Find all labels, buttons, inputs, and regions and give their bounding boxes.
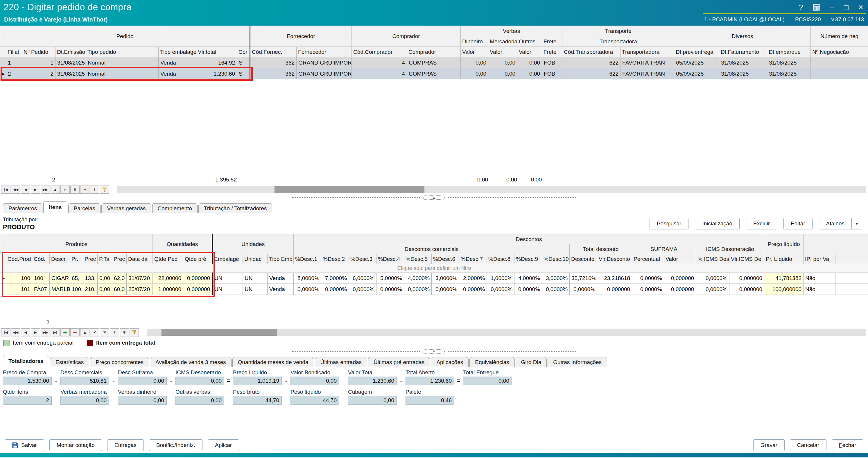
grid-cell[interactable]: 0,00 (517, 68, 542, 79)
grid-cell[interactable]: 0,00 (461, 68, 488, 79)
grid-cell[interactable]: FAVORITA TRAN (620, 68, 674, 79)
grid-cell[interactable]: FA07 (32, 284, 50, 295)
grid-cell[interactable]: 0,0000% (349, 284, 376, 295)
column-header[interactable]: %Desc.10 (542, 254, 570, 264)
column-header[interactable]: IPI por Va (804, 254, 835, 264)
grid-cell[interactable]: 31/08/2025 (56, 68, 86, 79)
grid-cell[interactable]: 3,0000% (542, 273, 570, 284)
grid-cell[interactable]: 8,0000% (294, 273, 321, 284)
column-header[interactable]: %Desc.2 (321, 254, 349, 264)
column-header[interactable]: Tipo embalagem (159, 47, 196, 57)
grid-cell[interactable]: 0,0000% (432, 284, 459, 295)
tab-ultimas-entradas[interactable]: Últimas entradas (315, 357, 368, 367)
grid-cell[interactable]: 2 (22, 68, 56, 79)
grid-cell[interactable]: 4,0000% (515, 273, 542, 284)
grid-cell[interactable]: S (237, 68, 250, 79)
column-header[interactable]: Unidac (243, 254, 268, 264)
grid-cell[interactable]: COMPRAS (407, 57, 461, 68)
pedido-row[interactable]: 1 1 31/08/2025 Normal Venda 164,92 S 362… (0, 57, 868, 68)
cancelar-button[interactable]: Cancelar (790, 439, 827, 451)
column-header[interactable]: Nº.Negociação (811, 47, 868, 57)
column-header[interactable]: Dt.embarque (767, 47, 811, 57)
column-header[interactable]: Cód.Fornec. (250, 47, 297, 57)
column-header[interactable]: Comprador (407, 47, 461, 57)
inicializacao-button[interactable]: Inicialização (695, 218, 740, 229)
grid-cell[interactable]: S (237, 57, 250, 68)
horizontal-scrollbar[interactable] (117, 186, 866, 193)
column-header[interactable]: Embalage (212, 254, 243, 264)
nav-cancel-button[interactable]: ✖ (100, 328, 109, 337)
grid-cell[interactable]: 1,000000 (153, 284, 183, 295)
bonific-indeniz-button[interactable]: Bonific./Indeniz. (149, 439, 203, 451)
grid-cell[interactable]: 31/08/2025 (719, 57, 767, 68)
grid-cell[interactable]: 31/08/2025 (56, 57, 86, 68)
grid-cell[interactable]: 5,0000% (376, 273, 404, 284)
grid-cell[interactable]: 35,7210% (570, 273, 597, 284)
filter-icon[interactable] (100, 185, 109, 194)
grid-cell[interactable]: 0,000000 (183, 284, 212, 295)
grid-cell[interactable]: 2 (6, 68, 22, 79)
column-header[interactable]: Tipo pedido (86, 47, 159, 57)
grid-cell[interactable]: 1 (6, 57, 22, 68)
nav-first-button[interactable]: |◀ (1, 328, 10, 337)
grid-cell[interactable]: 0,0000% (542, 284, 570, 295)
grid-cell[interactable]: 1,0000% (487, 273, 515, 284)
grid-cell[interactable]: 100,000000 (764, 284, 804, 295)
nav-post-button[interactable]: ✔ (90, 328, 99, 337)
column-header[interactable]: Dt.Faturamento (719, 47, 767, 57)
grid-cell[interactable]: UN (212, 284, 243, 295)
grid-cell[interactable]: 100 (32, 273, 50, 284)
column-header[interactable]: Vlr.Desconto (597, 254, 632, 264)
column-header[interactable]: %Desc.5 (404, 254, 432, 264)
close-icon[interactable]: × (858, 2, 863, 12)
grid-cell[interactable]: 31/08/2025 (767, 68, 811, 79)
splitter-bottom[interactable]: ▼ (0, 348, 868, 354)
column-header[interactable]: Qtde Ped (153, 254, 183, 264)
grid-cell[interactable]: 31/07/20 (127, 273, 153, 284)
tab-parcelas[interactable]: Parcelas (68, 203, 101, 213)
grid-cell[interactable]: UN (243, 284, 268, 295)
collapse-up-icon[interactable]: ▲ (423, 195, 445, 200)
grid-cell[interactable]: 0,0000% (404, 284, 432, 295)
grid-cell[interactable]: CIGAR (50, 273, 70, 284)
nav-insert-button[interactable]: + (60, 328, 70, 337)
grid-cell[interactable]: UN (243, 273, 268, 284)
nav-prev-button[interactable]: ◀ (21, 185, 30, 194)
column-header[interactable]: Preç (83, 254, 98, 264)
aplicar-button[interactable]: Aplicar (208, 439, 239, 451)
grid-cell[interactable]: COMPRAS (407, 68, 461, 79)
column-header[interactable]: Valor (488, 47, 517, 57)
tab-verbas-geradas[interactable]: Verbas geradas (101, 203, 151, 213)
grid-cell[interactable]: 0,0000% (696, 273, 730, 284)
column-header[interactable]: Cód. (32, 254, 50, 264)
column-header[interactable]: %Desc.9 (515, 254, 542, 264)
grid-cell[interactable]: 100 (6, 273, 32, 284)
grid-cell[interactable]: 60,0 (112, 284, 127, 295)
filter-row[interactable]: Clique aqui para definir um filtro (0, 264, 868, 273)
grid-cell[interactable]: 164,92 (196, 57, 237, 68)
grid-cell[interactable]: Não (804, 284, 835, 295)
grid-cell[interactable]: 0,00 (461, 57, 488, 68)
column-header[interactable]: Dt.prev.entrega (674, 47, 719, 57)
filter-icon[interactable] (130, 328, 139, 337)
grid-cell[interactable]: FAVORITA TRAN (620, 57, 674, 68)
grid-cell[interactable]: 31/08/2025 (767, 57, 811, 68)
grid-cell[interactable]: 1.230,60 (196, 68, 237, 79)
item-row[interactable]: ▶ 100 100 CIGAR 65, 133, 0,00 62,0 31/07… (0, 273, 868, 284)
grid-cell[interactable]: 0,0000% (696, 284, 730, 295)
nav-prev-page-button[interactable]: ◀◀ (11, 185, 20, 194)
tab-itens[interactable]: Itens (43, 201, 67, 213)
grid-cell[interactable]: GRAND GRU IMPOR (297, 57, 352, 68)
grid-cell[interactable]: 0,000000 (664, 284, 696, 295)
grid-cell[interactable]: 362 (250, 57, 297, 68)
tab-avaliacao-venda[interactable]: Avaliação de venda 3 meses (150, 357, 231, 367)
grid-cell[interactable]: 05/09/2025 (674, 57, 719, 68)
grid-cell[interactable]: 133, (83, 273, 98, 284)
column-header[interactable]: Transportadora (620, 47, 674, 57)
nav-prev-page-button[interactable]: ◀◀ (11, 328, 20, 337)
nav-refresh-button[interactable]: ✳ (110, 328, 119, 337)
nav-refresh-all-button[interactable]: ✻ (120, 328, 129, 337)
column-header[interactable]: Descr (50, 254, 70, 264)
column-header[interactable]: Valor (461, 47, 488, 57)
grid-cell[interactable]: 41,781382 (764, 273, 804, 284)
